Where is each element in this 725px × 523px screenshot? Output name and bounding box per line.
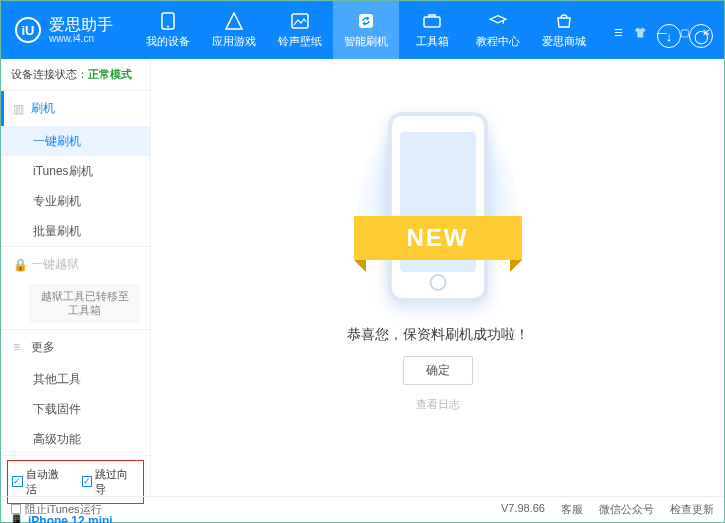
- check-icon: ✓: [12, 476, 23, 487]
- checkbox-label: 自动激活: [26, 467, 70, 497]
- sidebar-item-download-firmware[interactable]: 下载固件: [1, 395, 150, 425]
- view-log-link[interactable]: 查看日志: [416, 397, 460, 412]
- tutorial-icon: [489, 12, 507, 30]
- success-illustration: NEW: [368, 112, 508, 312]
- connection-status: 设备连接状态：正常模式: [1, 59, 150, 91]
- group-more[interactable]: ≡ 更多: [1, 330, 150, 365]
- status-value: 正常模式: [88, 68, 132, 80]
- apps-icon: [225, 12, 243, 30]
- nav-label: 教程中心: [476, 34, 520, 49]
- nav-my-device[interactable]: 我的设备: [135, 1, 201, 59]
- nav-label: 工具箱: [416, 34, 449, 49]
- sidebar-item-oneclick-flash[interactable]: 一键刷机: [1, 126, 150, 156]
- skin-icon[interactable]: 👕: [632, 25, 648, 39]
- app-logo: iU 爱思助手 www.i4.cn: [1, 16, 123, 45]
- app-name: 爱思助手: [49, 16, 113, 34]
- checkbox-skip-guide[interactable]: ✓ 跳过向导: [82, 467, 140, 497]
- wallpaper-icon: [291, 12, 309, 30]
- jailbreak-note: 越狱工具已转移至工具箱: [29, 284, 140, 323]
- svg-point-1: [167, 25, 169, 27]
- sidebar-item-other-tools[interactable]: 其他工具: [1, 365, 150, 395]
- app-url: www.i4.cn: [49, 33, 113, 44]
- nav-label: 智能刷机: [344, 34, 388, 49]
- settings-icon[interactable]: ☰: [610, 25, 626, 39]
- checkbox-icon: [11, 504, 21, 514]
- nav-toolbox[interactable]: 工具箱: [399, 1, 465, 59]
- checkbox-auto-activate[interactable]: ✓ 自动激活: [12, 467, 70, 497]
- svg-rect-3: [359, 14, 373, 28]
- nav-label: 爱思商城: [542, 34, 586, 49]
- refresh-icon: [357, 12, 375, 30]
- sidebar-item-pro-flash[interactable]: 专业刷机: [1, 186, 150, 216]
- lock-icon: 🔒: [13, 258, 25, 272]
- nav-apps[interactable]: 应用游戏: [201, 1, 267, 59]
- sidebar-item-batch-flash[interactable]: 批量刷机: [1, 216, 150, 246]
- nav-store[interactable]: 爱思商城: [531, 1, 597, 59]
- logo-icon: iU: [15, 17, 41, 43]
- nav-smart-flash[interactable]: 智能刷机: [333, 1, 399, 59]
- new-ribbon: NEW: [354, 216, 522, 260]
- account-button[interactable]: ◯: [689, 24, 713, 48]
- svg-rect-4: [424, 17, 440, 27]
- check-icon: ✓: [82, 476, 93, 487]
- version-label: V7.98.66: [501, 502, 545, 517]
- check-update-link[interactable]: 检查更新: [670, 502, 714, 517]
- group-label: 刷机: [31, 100, 55, 117]
- checkbox-label: 跳过向导: [95, 467, 139, 497]
- group-label: 更多: [31, 339, 55, 356]
- sidebar-item-advanced[interactable]: 高级功能: [1, 425, 150, 455]
- nav-label: 应用游戏: [212, 34, 256, 49]
- sidebar-item-itunes-flash[interactable]: iTunes刷机: [1, 156, 150, 186]
- flash-icon: ▥: [13, 102, 25, 116]
- checkbox-block-itunes[interactable]: 阻止iTunes运行: [11, 502, 102, 517]
- nav-label: 铃声壁纸: [278, 34, 322, 49]
- toolbox-icon: [423, 12, 441, 30]
- group-flash[interactable]: ▥ 刷机: [1, 91, 150, 126]
- main-content: NEW 恭喜您，保资料刷机成功啦！ 确定 查看日志: [151, 59, 724, 496]
- store-icon: [555, 12, 573, 30]
- status-prefix: 设备连接状态：: [11, 68, 88, 80]
- download-button[interactable]: ↓: [657, 24, 681, 48]
- success-message: 恭喜您，保资料刷机成功啦！: [347, 326, 529, 344]
- nav-label: 我的设备: [146, 34, 190, 49]
- titlebar: iU 爱思助手 www.i4.cn 我的设备 应用游戏 铃声壁纸 智能刷机: [1, 1, 724, 59]
- sidebar: 设备连接状态：正常模式 ▥ 刷机 一键刷机 iTunes刷机 专业刷机 批量刷机…: [1, 59, 151, 496]
- customer-service-link[interactable]: 客服: [561, 502, 583, 517]
- nav-ringtone[interactable]: 铃声壁纸: [267, 1, 333, 59]
- group-jailbreak[interactable]: 🔒 一键越狱: [1, 247, 150, 282]
- device-icon: [159, 12, 177, 30]
- group-label: 一键越狱: [31, 256, 79, 273]
- statusbar: 阻止iTunes运行 V7.98.66 客服 微信公众号 检查更新: [1, 496, 724, 522]
- menu-icon: ≡: [13, 340, 25, 354]
- wechat-link[interactable]: 微信公众号: [599, 502, 654, 517]
- main-nav: 我的设备 应用游戏 铃声壁纸 智能刷机 工具箱 教程中心: [135, 1, 597, 59]
- nav-tutorials[interactable]: 教程中心: [465, 1, 531, 59]
- ok-button[interactable]: 确定: [403, 356, 473, 385]
